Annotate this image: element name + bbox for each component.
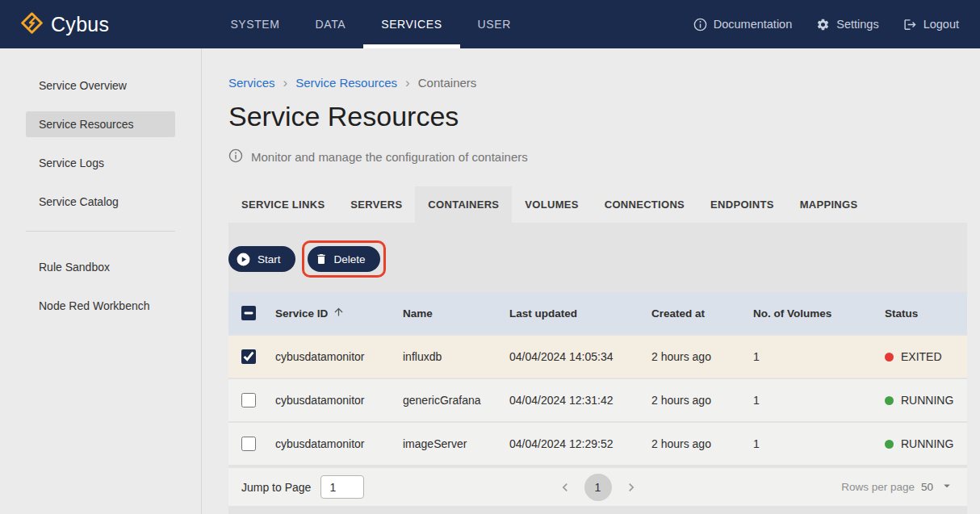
tab-endpoints[interactable]: ENDPOINTS [697, 186, 787, 223]
column-header-volumes[interactable]: No. of Volumes [747, 292, 878, 334]
tab-connections[interactable]: CONNECTIONS [592, 186, 697, 223]
row-checkbox[interactable] [241, 393, 256, 407]
cell-created-at: 2 hours ago [645, 423, 747, 465]
logout-label: Logout [923, 18, 959, 31]
trash-icon [315, 253, 328, 265]
sidebar-item-service-logs[interactable]: Service Logs [26, 150, 175, 176]
documentation-label: Documentation [714, 18, 793, 31]
jump-to-page-input[interactable] [320, 475, 364, 499]
brand[interactable]: Cybus [21, 0, 109, 48]
breadcrumb: Services › Service Resources › Container… [228, 76, 967, 90]
column-header-last-updated[interactable]: Last updated [503, 292, 645, 334]
tab-volumes[interactable]: VOLUMES [512, 186, 591, 223]
delete-button[interactable]: Delete [308, 246, 380, 272]
nav-item-user[interactable]: USER [460, 0, 529, 48]
nav-item-data[interactable]: DATA [298, 0, 364, 48]
table-row[interactable]: cybusdatamonitor genericGrafana 04/04/20… [228, 379, 967, 421]
row-checkbox[interactable] [241, 437, 256, 451]
gear-icon [816, 18, 830, 31]
sidebar-divider [26, 231, 175, 232]
nav-item-system[interactable]: SYSTEM [212, 0, 297, 48]
tab-servers[interactable]: SERVERS [337, 186, 415, 223]
column-header-created-at[interactable]: Created at [645, 292, 747, 334]
current-page-button[interactable]: 1 [584, 474, 612, 501]
cell-last-updated: 04/04/2024 12:31:42 [503, 379, 645, 421]
breadcrumb-service-resources[interactable]: Service Resources [295, 76, 397, 90]
caret-down-icon [940, 478, 954, 495]
containers-panel: Start Delete [228, 223, 967, 514]
status-badge: EXITED [885, 350, 961, 363]
status-badge: RUNNING [885, 437, 961, 450]
start-button[interactable]: Start [228, 246, 295, 272]
select-all-checkbox[interactable] [241, 306, 256, 320]
cell-service-id: cybusdatamonitor [269, 336, 396, 378]
status-dot-icon [885, 396, 894, 405]
cell-volumes: 1 [747, 379, 878, 421]
sort-ascending-icon [333, 306, 345, 320]
sidebar-item-service-overview[interactable]: Service Overview [26, 73, 175, 98]
cell-last-updated: 04/04/2024 12:29:52 [503, 423, 645, 465]
logout-button[interactable]: Logout [903, 18, 959, 31]
brand-name: Cybus [51, 13, 109, 36]
tab-bar: SERVICE LINKS SERVERS CONTAINERS VOLUMES… [228, 186, 967, 223]
cell-name: influxdb [396, 336, 503, 378]
rows-per-page-select[interactable]: Rows per page 50 [841, 478, 954, 495]
cell-service-id: cybusdatamonitor [269, 379, 396, 421]
next-page-icon[interactable] [623, 479, 639, 495]
settings-button[interactable]: Settings [816, 18, 878, 31]
nav-item-services[interactable]: SERVICES [363, 0, 459, 48]
cell-created-at: 2 hours ago [645, 336, 747, 378]
sidebar-item-service-resources[interactable]: Service Resources [26, 111, 175, 137]
column-header-service-id[interactable]: Service ID [275, 306, 345, 320]
table-header-row: Service ID Name Last updated Created at … [228, 292, 967, 334]
breadcrumb-services[interactable]: Services [228, 76, 275, 90]
containers-table: Service ID Name Last updated Created at … [228, 290, 967, 466]
jump-to-page-label: Jump to Page [241, 481, 311, 494]
chevron-right-icon: › [405, 76, 410, 90]
info-icon [693, 18, 707, 31]
tab-mappings[interactable]: MAPPINGS [787, 186, 871, 223]
rows-per-page-value: 50 [921, 481, 933, 493]
cell-created-at: 2 hours ago [645, 379, 747, 421]
play-circle-icon [236, 252, 251, 267]
main-content: Services › Service Resources › Container… [203, 48, 980, 514]
delete-button-label: Delete [334, 253, 366, 265]
sidebar-item-service-catalog[interactable]: Service Catalog [26, 189, 175, 215]
cell-volumes: 1 [747, 423, 878, 465]
column-header-status[interactable]: Status [878, 292, 967, 334]
jump-to-page: Jump to Page [241, 475, 364, 499]
annotation-highlight: Delete [302, 240, 386, 278]
tab-service-links[interactable]: SERVICE LINKS [228, 186, 337, 223]
logout-icon [903, 18, 917, 31]
status-dot-icon [885, 440, 894, 449]
breadcrumb-containers: Containers [418, 76, 477, 90]
previous-page-icon[interactable] [557, 479, 573, 495]
table-row[interactable]: cybusdatamonitor influxdb 04/04/2024 14:… [228, 336, 967, 378]
status-badge: RUNNING [885, 394, 961, 407]
top-navbar: Cybus SYSTEM DATA SERVICES USER Document… [0, 0, 980, 48]
cell-last-updated: 04/04/2024 14:05:34 [503, 336, 645, 378]
status-dot-icon [885, 353, 894, 361]
cell-name: imageServer [396, 423, 503, 465]
rows-per-page-label: Rows per page [841, 481, 915, 493]
column-header-name[interactable]: Name [396, 292, 503, 334]
cell-name: genericGrafana [396, 379, 503, 421]
cell-service-id: cybusdatamonitor [269, 423, 396, 465]
sidebar: Service Overview Service Resources Servi… [0, 48, 202, 514]
pager: 1 [557, 474, 639, 501]
page-subtitle: Monitor and manage the configuration of … [251, 150, 528, 164]
table-row[interactable]: cybusdatamonitor imageServer 04/04/2024 … [228, 423, 967, 465]
tab-containers[interactable]: CONTAINERS [415, 186, 512, 223]
navbar-actions: Documentation Settings Logout [693, 0, 959, 48]
sidebar-item-rule-sandbox[interactable]: Rule Sandbox [26, 254, 175, 280]
toolbar: Start Delete [228, 240, 967, 278]
page-title: Service Resources [228, 101, 967, 132]
primary-nav: SYSTEM DATA SERVICES USER [212, 0, 529, 48]
row-checkbox[interactable] [241, 349, 256, 364]
page-subtitle-row: Monitor and manage the configuration of … [228, 148, 967, 165]
documentation-link[interactable]: Documentation [693, 18, 793, 31]
info-icon [228, 148, 243, 165]
chevron-right-icon: › [283, 76, 288, 90]
sidebar-item-node-red-workbench[interactable]: Node Red Workbench [26, 293, 175, 319]
settings-label: Settings [836, 18, 878, 31]
